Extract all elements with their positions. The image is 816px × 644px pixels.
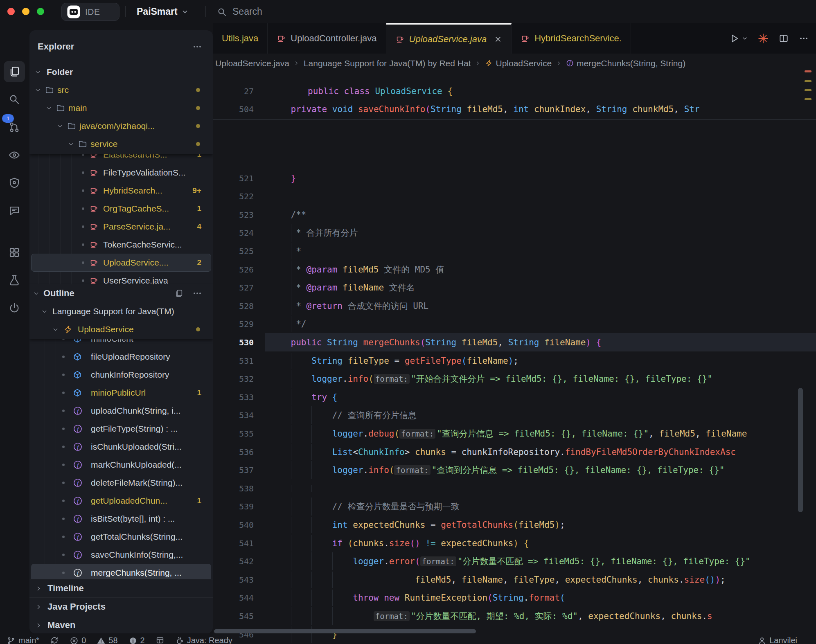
app-logo-button[interactable]: IDE [61,3,119,21]
code-area[interactable]: 521 } 522 523 /** 524 * 合并所有分片 525 * 526… [213,73,816,644]
editor-tab-UploadServicejava[interactable]: UploadService.java [386,23,512,54]
copy-icon[interactable] [174,289,183,298]
activity-item-search[interactable] [4,89,25,110]
tree-folder-main[interactable]: main [29,99,213,117]
editor-tab-HybridSearchService[interactable]: HybridSearchService. [512,23,631,54]
activity-item-testing[interactable] [4,270,25,291]
code-line-537[interactable]: 537 logger.info(format:"查询到分片信息 => fileM… [213,461,816,480]
outline-item-fileUploadRepository[interactable]: fileUploadRepository [29,348,213,366]
status-java[interactable]: Java: Ready [175,636,232,644]
section-java-projects[interactable]: Java Projects [29,597,213,616]
code-line-533[interactable]: 533 try { [213,388,816,406]
outline-header[interactable]: Outline [29,284,213,302]
code-line-530[interactable]: 530 public String mergeChunks(String fil… [213,333,816,351]
split-editor-icon[interactable] [778,33,789,44]
code-line-531[interactable]: 531 String fileType = getFileType(fileNa… [213,351,816,370]
code-line-521[interactable]: 521 } [213,169,816,187]
code-line-529[interactable]: 529 */ [213,315,816,333]
code-line-541[interactable]: 541 if (chunks.size() != expectedChunks)… [213,534,816,552]
editor-tab-Utilsjava[interactable]: Utils.java [213,23,268,54]
code-line-526[interactable]: 526 * @param fileMd5 文件的 MD5 值 [213,260,816,279]
status-warning[interactable]: 58 [97,636,117,644]
code-line-544[interactable]: 544 throw new RuntimeException(String.fo… [213,589,816,607]
section-timeline[interactable]: Timeline [29,579,213,597]
outline-item-saveChunkInfoString[interactable]: fsaveChunkInfo(String,... [29,546,213,564]
breadcrumb-item[interactable]: Language Support for Java(TM) by Red Hat [304,59,471,68]
section-maven[interactable]: Maven [29,616,213,633]
activity-item-source-control[interactable]: 1 [4,117,25,138]
outline-item-isChunkUploadedStri[interactable]: fisChunkUploaded(Stri... [29,438,213,456]
code-line-525[interactable]: 525 * [213,242,816,260]
code-line-542[interactable]: 542 logger.error(format:"分片数量不匹配 => file… [213,552,816,571]
breadcrumb-item[interactable]: f mergeChunks(String, String) [566,59,685,68]
more-actions-icon[interactable] [192,288,202,298]
explorer-header[interactable]: Explorer [29,38,213,56]
close-window-button[interactable] [7,8,15,15]
activity-item-comments[interactable] [4,200,25,221]
outline-item-isBitSetbyteint[interactable]: fisBitSet(byte[], int) : ... [29,510,213,528]
code-line-524[interactable]: 524 * 合并所有分片 [213,224,816,242]
more-actions-icon[interactable] [799,34,809,43]
outline-item-deleteFileMarkString[interactable]: fdeleteFileMark(String)... [29,474,213,492]
close-icon[interactable] [494,35,502,43]
code-line-543[interactable]: 543 fileMd5, fileName, fileType, expecte… [213,570,816,589]
code-line-535[interactable]: 535 logger.debug(format:"查询分片信息 => fileM… [213,424,816,443]
tree-file-FileTypeValidationS[interactable]: FileTypeValidationS... [29,164,213,182]
vertical-scrollbar[interactable] [798,388,803,512]
status-info[interactable]: 2 [128,636,145,644]
tree-folder-javacomyizhaoqi[interactable]: java/com/yizhaoqi... [29,117,213,135]
code-line-540[interactable]: 540 int expectedChunks = getTotalChunks(… [213,516,816,534]
code-line-545[interactable]: 545 format:"分片数量不匹配, 期望: %d, 实际: %d", ex… [213,607,816,625]
tree-folder-Folder[interactable]: Folder [29,63,213,81]
outline-root[interactable]: Language Support for Java(TM) [29,302,213,320]
code-line-27[interactable]: 27 public class UploadService { [213,82,816,100]
code-line-528[interactable]: 528 * @return 合成文件的访问 URL [213,297,816,315]
code-line-539[interactable]: 539 // 检查分片数量是否与预期一致 [213,498,816,516]
outline-item-uploadChunkStringi[interactable]: fuploadChunk(String, i... [29,402,213,420]
project-switcher[interactable]: PaiSmart [137,0,189,23]
code-line-523[interactable]: 523 /** [213,205,816,224]
run-button[interactable] [728,33,740,44]
code-line-538[interactable]: 538 [213,479,816,498]
outline-class-UploadService[interactable]: UploadService [29,320,213,338]
activity-item-explorer[interactable] [4,61,25,82]
tree-folder-src[interactable]: src [29,81,213,99]
editor-tab-UploadControllerjava[interactable]: UploadController.java [268,23,386,54]
breadcrumb-item[interactable]: UploadService [485,59,552,68]
code-line-534[interactable]: 534 // 查询所有分片信息 [213,406,816,425]
activity-item-extensions[interactable] [4,242,25,263]
outline-item-getTotalChunksString[interactable]: fgetTotalChunks(String... [29,528,213,546]
horizontal-scrollbar[interactable] [214,629,476,633]
tree-file-UploadService[interactable]: UploadService....2 [29,254,213,272]
activity-item-security[interactable] [4,172,25,194]
more-actions-icon[interactable] [192,42,202,52]
tree-file-TokenCacheServic[interactable]: TokenCacheServic... [29,236,213,254]
outline-item-minioPublicUrl[interactable]: minioPublicUrl1 [29,384,213,402]
breadcrumb-item[interactable]: UploadService.java [215,59,289,68]
activity-item-power[interactable] [4,297,25,319]
outline-item-chunkInfoRepository[interactable]: chunkInfoRepository [29,366,213,384]
code-line-536[interactable]: 536 List<ChunkInfo> chunks = chunkInfoRe… [213,443,816,461]
tree-file-OrgTagCacheS[interactable]: OrgTagCacheS...1 [29,200,213,218]
minimize-window-button[interactable] [22,8,29,15]
status-error[interactable]: 0 [70,636,86,644]
status-panel[interactable] [156,636,165,644]
outline-item-getUploadedChun[interactable]: fgetUploadedChun...1 [29,492,213,510]
ai-burst-icon[interactable] [758,33,769,44]
maximize-window-button[interactable] [37,8,44,15]
status-person[interactable]: Lanvilei [757,636,797,644]
outline-item-markChunkUploaded[interactable]: fmarkChunkUploaded(... [29,456,213,474]
code-line-527[interactable]: 527 * @param fileName 文件名 [213,279,816,297]
status-branch[interactable]: main* [7,636,39,644]
tree-file-ParseServiceja[interactable]: ParseService.ja...4 [29,218,213,236]
code-line-522[interactable]: 522 [213,187,816,206]
code-line-504[interactable]: 504 private void saveChunkInfo(String fi… [213,100,816,119]
outline-item-getFileTypeString[interactable]: fgetFileType(String) : ... [29,420,213,438]
code-line-532[interactable]: 532 logger.info(format:"开始合并文件分片 => file… [213,370,816,388]
tree-folder-service[interactable]: service [29,135,213,153]
global-search[interactable]: Search [217,0,262,23]
tree-file-HybridSearch[interactable]: HybridSearch...9+ [29,182,213,200]
status-sync[interactable] [50,636,59,644]
run-dropdown-icon[interactable] [742,35,748,42]
activity-item-preview[interactable] [4,144,25,166]
